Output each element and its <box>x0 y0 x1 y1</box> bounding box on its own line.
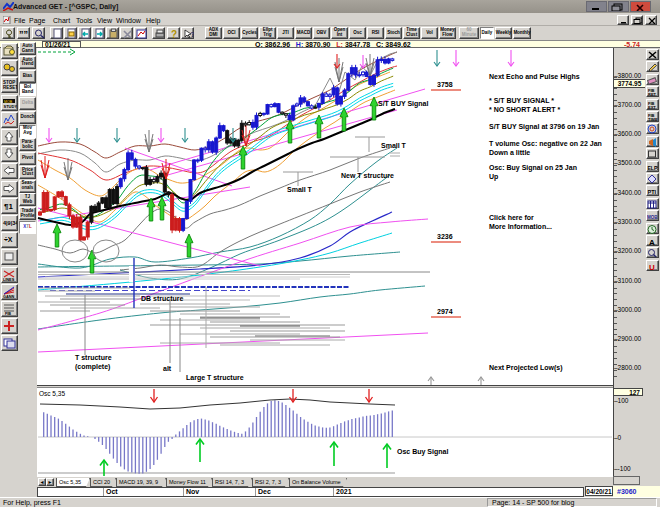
svg-text:3236: 3236 <box>437 233 453 240</box>
svg-text:GANN: GANN <box>3 295 14 299</box>
svg-text:Click here for: Click here for <box>489 214 534 221</box>
svg-text:LINES: LINES <box>3 278 15 282</box>
svg-text:¶1: ¶1 <box>4 202 13 211</box>
svg-text:S/T BUY Signal: S/T BUY Signal <box>378 100 428 108</box>
svg-text:RESET: RESET <box>3 85 17 90</box>
svg-text:Up: Up <box>489 173 498 181</box>
svg-text:Next Echo and Pulse Highs: Next Echo and Pulse Highs <box>489 73 580 81</box>
svg-text:(complete): (complete) <box>75 363 110 371</box>
svg-text:2974: 2974 <box>437 308 453 315</box>
svg-text:T structure: T structure <box>75 354 112 361</box>
svg-text:S/T BUY Signal at 3796 on 19 J: S/T BUY Signal at 3796 on 19 Jan <box>489 123 599 131</box>
svg-text:Small T: Small T <box>381 142 407 149</box>
svg-text:3758: 3758 <box>437 81 453 88</box>
svg-text:Down a little: Down a little <box>489 149 530 156</box>
svg-text:TIME: TIME <box>648 117 658 122</box>
svg-text:* S/T BUY SIGNAL *: * S/T BUY SIGNAL * <box>489 97 554 104</box>
svg-text:÷X: ÷X <box>4 236 13 243</box>
svg-text:A: A <box>649 238 655 246</box>
svg-text:PTI: PTI <box>648 189 657 195</box>
svg-text:ELPS: ELPS <box>648 165 659 171</box>
svg-text:U: U <box>649 263 655 271</box>
svg-text:Osc: Buy Signal on 25 Jan: Osc: Buy Signal on 25 Jan <box>489 164 577 172</box>
svg-text:Small T: Small T <box>287 186 313 193</box>
svg-text:RET: RET <box>648 92 657 97</box>
svg-text:4|9|34: 4|9|34 <box>3 220 17 226</box>
svg-text:Large T structure: Large T structure <box>186 374 244 382</box>
svg-text:Osc 5,35: Osc 5,35 <box>39 390 65 397</box>
svg-text:””: ”” <box>19 29 28 39</box>
svg-text:FIB: FIB <box>5 312 11 316</box>
svg-text:?: ? <box>171 29 177 39</box>
svg-text:STUDY: STUDY <box>4 104 18 109</box>
svg-text:DB structure: DB structure <box>141 295 184 302</box>
svg-text:?: ? <box>190 30 194 39</box>
svg-text:Osc Buy Signal: Osc Buy Signal <box>397 448 448 456</box>
svg-text:alt: alt <box>163 365 172 372</box>
svg-text:New T structure: New T structure <box>341 172 394 179</box>
svg-text:EXT: EXT <box>648 105 656 110</box>
svg-text:MOB: MOB <box>647 215 658 220</box>
svg-text:T volume Osc: negative on 22 J: T volume Osc: negative on 22 Jan <box>489 140 602 148</box>
svg-text:* NO SHORT ALERT *: * NO SHORT ALERT * <box>489 106 561 113</box>
svg-text:More Information...: More Information... <box>489 223 552 230</box>
svg-text:Next Projected Low(s): Next Projected Low(s) <box>489 364 563 372</box>
